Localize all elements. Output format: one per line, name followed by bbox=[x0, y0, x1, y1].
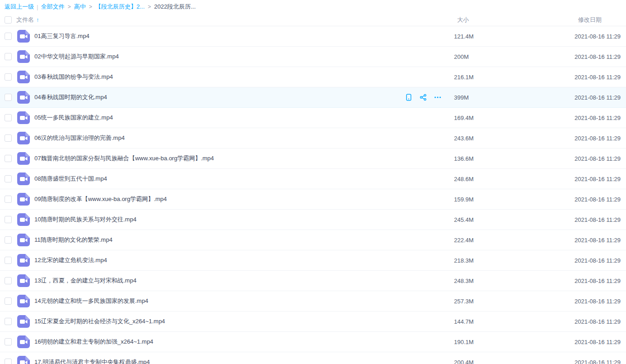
video-file-icon bbox=[17, 356, 30, 364]
file-size: 218.3M bbox=[454, 257, 473, 264]
breadcrumb-item-all-files[interactable]: 全部文件 bbox=[41, 3, 64, 11]
file-name[interactable]: 14元朝的建立和统一多民族国家的发展.mp4 bbox=[34, 297, 148, 305]
column-header-filename[interactable]: 文件名 bbox=[16, 16, 34, 24]
breadcrumb-back-link[interactable]: 返回上一级 bbox=[5, 3, 34, 11]
video-file-icon bbox=[17, 315, 30, 328]
file-row[interactable]: 05统一多民族国家的建立.mp4 169.4M 2021-08-16 11:29 bbox=[0, 108, 626, 128]
breadcrumb-item-gaozhong[interactable]: 高中 bbox=[74, 3, 86, 11]
table-header-row: 文件名 ↑ 大小 修改日期 bbox=[0, 14, 626, 26]
video-file-icon bbox=[17, 30, 30, 43]
row-checkbox[interactable] bbox=[5, 53, 12, 60]
sort-ascending-icon[interactable]: ↑ bbox=[36, 16, 39, 23]
file-row[interactable]: 01高三复习导言.mp4 121.4M 2021-08-16 11:29 bbox=[0, 26, 626, 47]
file-size: 243.6M bbox=[454, 135, 473, 142]
file-date: 2021-08-16 11:29 bbox=[574, 135, 621, 142]
row-checkbox[interactable] bbox=[5, 257, 12, 264]
file-name[interactable]: 01高三复习导言.mp4 bbox=[34, 32, 89, 40]
file-row[interactable]: 16明朝的建立和君主专制的加强_x264~1.mp4 190.1M 2021-0… bbox=[0, 332, 626, 352]
file-name[interactable]: 15辽宋夏金元时期的社会经济与文化_x264~1.mp4 bbox=[34, 317, 165, 326]
row-checkbox[interactable] bbox=[5, 73, 12, 81]
breadcrumb: 返回上一级 | 全部文件 > 高中 > 【段北辰历史】2... > 2022段北… bbox=[0, 0, 626, 14]
column-header-size[interactable]: 大小 bbox=[457, 16, 469, 24]
file-row[interactable]: 09隋唐制度的改革【www.xue-ba.org学霸网】.mp4 159.9M … bbox=[0, 189, 626, 210]
row-checkbox[interactable] bbox=[5, 338, 12, 345]
row-checkbox[interactable] bbox=[5, 94, 12, 101]
file-row[interactable]: 14元朝的建立和统一多民族国家的发展.mp4 257.3M 2021-08-16… bbox=[0, 291, 626, 311]
file-row[interactable]: 02中华文明起源与早期国家.mp4 200M 2021-08-16 11:29 bbox=[0, 47, 626, 67]
file-size: 190.1M bbox=[454, 339, 473, 345]
column-header-date[interactable]: 修改日期 bbox=[578, 16, 602, 24]
video-file-icon bbox=[17, 111, 30, 124]
file-size: 216.1M bbox=[454, 74, 473, 81]
save-to-phone-icon[interactable] bbox=[405, 94, 412, 101]
file-size: 121.4M bbox=[454, 33, 473, 40]
file-size: 200M bbox=[454, 53, 469, 60]
file-name[interactable]: 05统一多民族国家的建立.mp4 bbox=[34, 114, 113, 122]
file-date: 2021-08-16 11:29 bbox=[574, 278, 621, 284]
file-row[interactable]: 15辽宋夏金元时期的社会经济与文化_x264~1.mp4 144.7M 2021… bbox=[0, 311, 626, 332]
breadcrumb-current-folder: 2022段北辰历... bbox=[154, 3, 196, 11]
file-name[interactable]: 03春秋战国的纷争与变法.mp4 bbox=[34, 73, 113, 81]
file-size: 399M bbox=[454, 94, 469, 101]
file-row[interactable]: 08隋唐盛世到五代十国.mp4 248.6M 2021-08-16 11:29 bbox=[0, 169, 626, 189]
file-row[interactable]: 03春秋战国的纷争与变法.mp4 216.1M 2021-08-16 11:29 bbox=[0, 67, 626, 87]
file-name[interactable]: 04春秋战国时期的文化.mp4 bbox=[34, 93, 107, 101]
file-name[interactable]: 16明朝的建立和君主专制的加强_x264~1.mp4 bbox=[34, 338, 153, 346]
share-icon[interactable] bbox=[420, 94, 427, 101]
file-name[interactable]: 10隋唐时期的民族关系与对外交往.mp4 bbox=[34, 216, 136, 224]
row-checkbox[interactable] bbox=[5, 236, 12, 244]
file-size: 248.6M bbox=[454, 176, 473, 182]
file-size: 200.4M bbox=[454, 359, 473, 364]
file-date: 2021-08-16 11:29 bbox=[574, 33, 621, 40]
file-row[interactable]: 10隋唐时期的民族关系与对外交往.mp4 245.4M 2021-08-16 1… bbox=[0, 210, 626, 230]
file-row[interactable]: 06汉的统治与国家治理的完善.mp4 243.6M 2021-08-16 11:… bbox=[0, 128, 626, 148]
file-row[interactable]: 11隋唐时期的文化的繁荣.mp4 222.4M 2021-08-16 11:29 bbox=[0, 230, 626, 250]
row-checkbox[interactable] bbox=[5, 216, 12, 223]
file-date: 2021-08-16 11:29 bbox=[574, 318, 621, 325]
file-name[interactable]: 12北宋的建立危机变法.mp4 bbox=[34, 256, 107, 264]
row-hover-actions bbox=[405, 94, 441, 101]
row-checkbox[interactable] bbox=[5, 359, 12, 364]
select-all-checkbox[interactable] bbox=[5, 16, 12, 24]
file-date: 2021-08-16 11:29 bbox=[574, 359, 621, 364]
file-name[interactable]: 06汉的统治与国家治理的完善.mp4 bbox=[34, 134, 124, 142]
file-name[interactable]: 17.明清易代与清君主专制中央集权鼎盛.mp4 bbox=[34, 358, 150, 364]
file-row[interactable]: 04春秋战国时期的文化.mp4 399M 2021-08-16 11:29 bbox=[0, 87, 626, 108]
file-name[interactable]: 07魏晋南北朝的国家分裂与民族融合【www.xue-ba.org学霸网】.mp4 bbox=[34, 154, 214, 163]
file-name[interactable]: 09隋唐制度的改革【www.xue-ba.org学霸网】.mp4 bbox=[34, 195, 167, 203]
row-checkbox[interactable] bbox=[5, 318, 12, 325]
file-date: 2021-08-16 11:29 bbox=[574, 176, 621, 182]
row-checkbox[interactable] bbox=[5, 114, 12, 121]
file-name[interactable]: 11隋唐时期的文化的繁荣.mp4 bbox=[34, 236, 112, 244]
file-date: 2021-08-16 11:29 bbox=[574, 339, 621, 345]
breadcrumb-separator: > bbox=[67, 4, 71, 10]
file-row[interactable]: 13辽，西夏，金的建立与对宋和战.mp4 248.3M 2021-08-16 1… bbox=[0, 271, 626, 291]
file-name[interactable]: 13辽，西夏，金的建立与对宋和战.mp4 bbox=[34, 277, 136, 285]
file-list: 01高三复习导言.mp4 121.4M 2021-08-16 11:29 02中… bbox=[0, 26, 626, 364]
file-row[interactable]: 17.明清易代与清君主专制中央集权鼎盛.mp4 200.4M 2021-08-1… bbox=[0, 352, 626, 364]
row-checkbox[interactable] bbox=[5, 33, 12, 40]
row-checkbox[interactable] bbox=[5, 175, 12, 182]
file-size: 169.4M bbox=[454, 115, 473, 121]
file-date: 2021-08-16 11:29 bbox=[574, 196, 621, 203]
video-file-icon bbox=[17, 234, 30, 246]
file-name[interactable]: 02中华文明起源与早期国家.mp4 bbox=[34, 53, 119, 61]
row-checkbox[interactable] bbox=[5, 134, 12, 142]
breadcrumb-separator: > bbox=[89, 4, 92, 10]
row-checkbox[interactable] bbox=[5, 155, 12, 162]
video-file-icon bbox=[17, 152, 30, 165]
file-size: 144.7M bbox=[454, 318, 473, 325]
video-file-icon bbox=[17, 172, 30, 185]
file-row[interactable]: 07魏晋南北朝的国家分裂与民族融合【www.xue-ba.org学霸网】.mp4… bbox=[0, 148, 626, 169]
file-name[interactable]: 08隋唐盛世到五代十国.mp4 bbox=[34, 175, 107, 183]
breadcrumb-item-course-folder[interactable]: 【段北辰历史】2... bbox=[95, 3, 144, 11]
row-checkbox[interactable] bbox=[5, 196, 12, 203]
video-file-icon bbox=[17, 274, 30, 287]
row-checkbox[interactable] bbox=[5, 277, 12, 284]
video-file-icon bbox=[17, 71, 30, 83]
row-checkbox[interactable] bbox=[5, 297, 12, 305]
file-row[interactable]: 12北宋的建立危机变法.mp4 218.3M 2021-08-16 11:29 bbox=[0, 250, 626, 271]
more-icon[interactable] bbox=[434, 94, 441, 101]
file-date: 2021-08-16 11:29 bbox=[574, 115, 621, 121]
file-date: 2021-08-16 11:29 bbox=[574, 94, 621, 101]
